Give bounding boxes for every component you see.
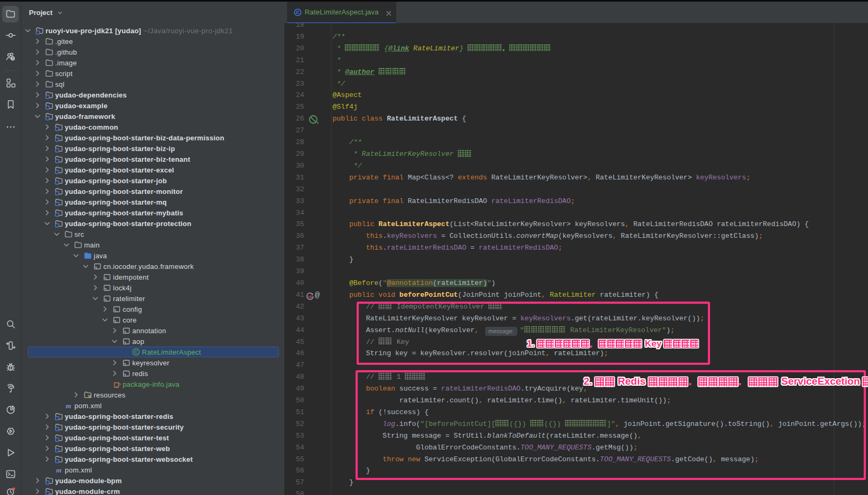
svg-text:m: m [308, 294, 312, 299]
svg-text:m: m [66, 402, 71, 410]
svg-text:?: ? [12, 57, 14, 61]
svg-text:C: C [134, 349, 138, 355]
svg-text:C: C [296, 10, 300, 15]
svg-text:m: m [56, 466, 62, 474]
